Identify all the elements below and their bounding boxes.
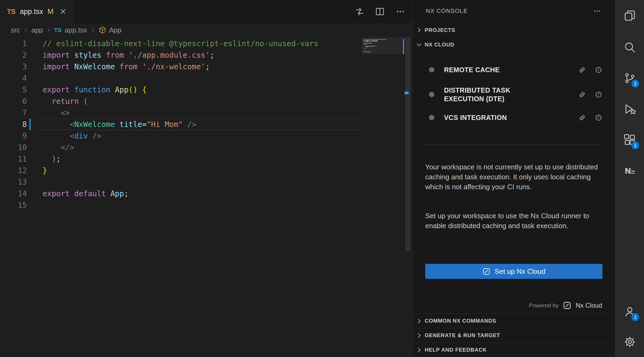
code-line[interactable]: [39, 72, 361, 84]
activity-badge: 1: [631, 141, 639, 149]
chevron-right-icon: [416, 347, 423, 354]
question-icon[interactable]: ?: [595, 114, 602, 121]
line-number[interactable]: 7: [0, 107, 27, 119]
code-line[interactable]: // eslint-disable-next-line @typescript-…: [39, 38, 361, 49]
panel-title: NX CONSOLE: [426, 8, 468, 14]
breadcrumb-item-symbol[interactable]: App: [109, 26, 121, 34]
section-nx-cloud[interactable]: NX CLOUD: [416, 39, 615, 50]
activity-item-extensions[interactable]: 1: [615, 128, 644, 152]
link-icon[interactable]: [579, 66, 586, 74]
panel-section[interactable]: COMMON NX COMMANDS: [412, 314, 615, 328]
code-line[interactable]: [39, 176, 361, 188]
editor-actions: [355, 0, 405, 23]
code-line[interactable]: <>: [39, 107, 361, 119]
settings-gear-icon: [624, 336, 636, 348]
line-number[interactable]: 8: [0, 119, 27, 130]
divider: [412, 24, 615, 24]
activity-item-explorer[interactable]: [615, 3, 644, 28]
question-icon[interactable]: ?: [595, 66, 602, 74]
typescript-file-icon: TS: [7, 8, 16, 16]
line-number[interactable]: 14: [0, 188, 27, 199]
code-line[interactable]: );: [39, 153, 361, 165]
editor-body: 123456789101112131415 // eslint-disable-…: [0, 37, 412, 357]
code-area[interactable]: // eslint-disable-next-line @typescript-…: [39, 38, 361, 211]
svg-text:?: ?: [598, 68, 599, 72]
line-number[interactable]: 13: [0, 176, 27, 188]
powered-by[interactable]: Powered by Nx Cloud: [529, 301, 602, 310]
line-number[interactable]: 6: [0, 96, 27, 107]
line-number[interactable]: 12: [0, 165, 27, 176]
editor-gutter: 123456789101112131415: [0, 38, 27, 211]
code-line[interactable]: export function App() {: [39, 84, 361, 96]
code-line[interactable]: import NxWelcome from './nx-welcome';: [39, 61, 361, 72]
section-projects[interactable]: PROJECTS: [416, 24, 615, 36]
svg-text:?: ?: [598, 93, 599, 97]
activity-item-run-debug[interactable]: [615, 97, 644, 121]
modified-indicator: M: [47, 8, 54, 16]
nx-cloud-item-label: VCS INTEGRATION: [444, 113, 532, 122]
status-bullet-icon: [429, 92, 434, 97]
chevron-right-icon: [416, 27, 423, 34]
chevron-right-icon: [46, 27, 51, 33]
link-icon[interactable]: [579, 91, 586, 98]
code-line[interactable]: <NxWelcome title="Hi Mom" />: [39, 119, 361, 130]
more-actions-icon[interactable]: [593, 7, 601, 15]
git-modified-marker: [29, 119, 31, 130]
setup-nx-cloud-button[interactable]: Set up Nx Cloud: [425, 264, 602, 279]
close-icon[interactable]: [59, 8, 67, 16]
line-number[interactable]: 2: [0, 49, 27, 61]
line-number[interactable]: 9: [0, 130, 27, 142]
open-changes-icon[interactable]: [355, 7, 364, 16]
breadcrumb-item-src[interactable]: src: [11, 26, 20, 34]
line-number[interactable]: 4: [0, 72, 27, 84]
line-number[interactable]: 3: [0, 61, 27, 72]
code-line[interactable]: [39, 199, 361, 211]
activity-badge: 2: [631, 80, 639, 88]
line-number[interactable]: 15: [0, 199, 27, 211]
search-icon: [624, 41, 636, 53]
activity-item-nx-console[interactable]: N≥: [615, 159, 644, 183]
panel-section[interactable]: HELP AND FEEDBACK: [412, 343, 615, 357]
code-line[interactable]: <div />: [39, 130, 361, 142]
nx-cloud-item: DISTRIBUTED TASK EXECUTION (DTE) ?: [425, 81, 602, 108]
vertical-scrollbar[interactable]: [405, 37, 411, 251]
activity-item-account[interactable]: 1: [615, 300, 644, 324]
breadcrumb-item-app[interactable]: app: [31, 26, 43, 34]
chevron-right-icon: [90, 27, 96, 33]
panel-section[interactable]: GENERATE & RUN TARGET: [412, 328, 615, 343]
question-icon[interactable]: ?: [595, 91, 602, 98]
svg-text:?: ?: [598, 116, 599, 120]
minimap[interactable]: [361, 37, 405, 357]
line-number[interactable]: 11: [0, 153, 27, 165]
nx-cloud-item-label: DISTRIBUTED TASK EXECUTION (DTE): [444, 86, 532, 103]
line-number[interactable]: 10: [0, 142, 27, 153]
split-editor-icon[interactable]: [375, 7, 385, 16]
code-line[interactable]: </>: [39, 142, 361, 153]
more-actions-icon[interactable]: [395, 7, 405, 16]
workspace-status-text: Your workspace is not currently set up t…: [425, 162, 602, 192]
debug-icon: [624, 103, 636, 115]
code-line[interactable]: import styles from './app.module.css';: [39, 49, 361, 61]
link-icon[interactable]: [579, 114, 586, 121]
line-number[interactable]: 1: [0, 38, 27, 49]
activity-item-search[interactable]: [615, 35, 644, 59]
breadcrumb-item-file[interactable]: app.tsx: [65, 26, 87, 34]
code-line[interactable]: return (: [39, 96, 361, 107]
nx-cloud-item-label: REMOTE CACHE: [444, 65, 532, 74]
tab-app-tsx[interactable]: TS app.tsx M: [0, 0, 74, 23]
code-line[interactable]: export default App;: [39, 188, 361, 199]
line-number[interactable]: 5: [0, 84, 27, 96]
nx-cloud-item: REMOTE CACHE ?: [425, 61, 602, 78]
breadcrumb: src app TS app.tsx App: [0, 23, 412, 37]
overview-ruler-modified-marker: [403, 39, 404, 54]
activity-item-source-control[interactable]: 2: [615, 66, 644, 90]
tab-bar: TS app.tsx M: [0, 0, 412, 23]
nx-cloud-logo-icon: [482, 267, 490, 275]
typescript-file-icon: TS: [54, 27, 61, 33]
tab-label: app.tsx: [20, 8, 43, 16]
section-label: NX CLOUD: [425, 42, 454, 48]
nx-console-panel: NX CONSOLE PROJECTS NX CLOUD REMOTE CACH…: [412, 0, 615, 357]
activity-item-settings[interactable]: [615, 330, 644, 354]
code-line[interactable]: }: [39, 165, 361, 176]
bottom-sections: COMMON NX COMMANDS GENERATE & RUN TARGET…: [412, 314, 615, 357]
